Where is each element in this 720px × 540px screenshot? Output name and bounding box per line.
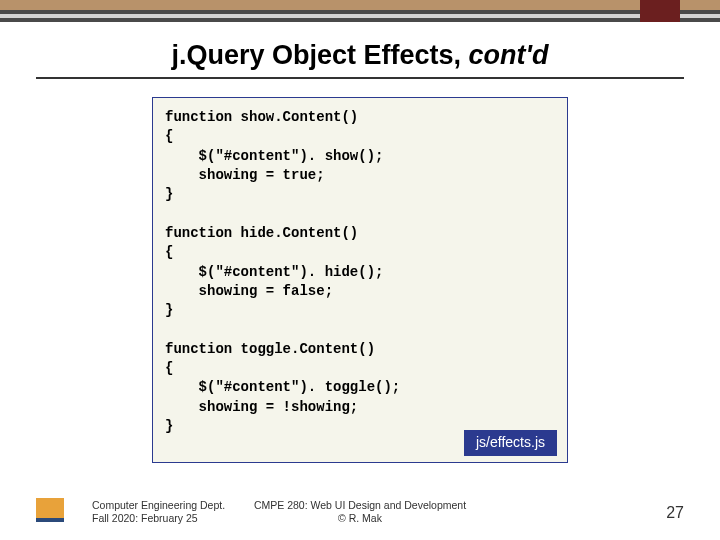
university-logo [36,498,68,526]
top-decoration [0,0,720,22]
footer-copyright: © R. Mak [254,512,466,526]
code-box: function show.Content() { $("#content").… [152,97,568,463]
accent-box [640,0,680,22]
footer-center: CMPE 280: Web UI Design and Development … [254,499,466,526]
title-text: j.Query Object Effects, [172,40,469,70]
footer-dept: Computer Engineering Dept. [92,499,225,513]
footer-left: Computer Engineering Dept. Fall 2020: Fe… [92,499,225,526]
code-content: function show.Content() { $("#content").… [165,109,400,434]
footer-date: Fall 2020: February 25 [92,512,225,526]
footer-course: CMPE 280: Web UI Design and Development [254,499,466,513]
title-italic: cont'd [469,40,549,70]
file-label: js/effects.js [464,430,557,455]
title-underline [36,77,684,79]
page-number: 27 [666,504,684,522]
slide-title: j.Query Object Effects, cont'd [0,40,720,71]
